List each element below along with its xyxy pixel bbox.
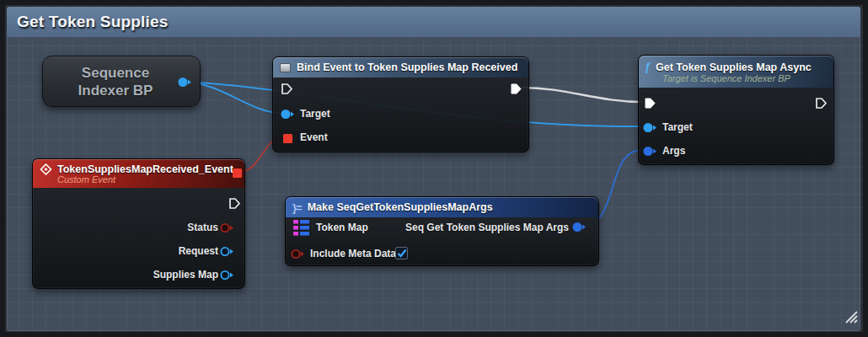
make-struct-icon: }= <box>292 201 302 214</box>
comment-title: Get Token Supplies <box>17 13 169 31</box>
output-pin-label: Seq Get Token Supplies Map Args <box>387 222 569 233</box>
object-output-pin[interactable] <box>178 77 192 88</box>
make-node-title: Make SeqGetTokenSuppliesMapArgs <box>308 201 493 213</box>
node-custom-event[interactable]: TokenSuppliesMapReceived_Event Custom Ev… <box>32 158 245 289</box>
function-icon: f <box>646 60 650 74</box>
delegate-output-pin[interactable] <box>232 168 243 179</box>
token-map-input-pin[interactable] <box>293 219 310 236</box>
bind-event-icon <box>280 63 291 72</box>
blueprint-editor-viewport: Get Token Supplies Sequence Indexer BP B <box>0 0 868 337</box>
exec-in-pin[interactable] <box>281 83 293 95</box>
event-pin-label: Event <box>300 131 328 143</box>
comment-node-header[interactable]: Get Token Supplies <box>7 7 860 37</box>
make-node-header[interactable]: }= Make SeqGetTokenSuppliesMapArgs <box>286 197 598 217</box>
custom-event-subtitle: Custom Event <box>57 174 115 185</box>
target-input-pin[interactable] <box>643 122 657 133</box>
target-pin-label: Target <box>300 108 330 120</box>
custom-event-icon <box>40 163 52 175</box>
supplies-map-pin-label: Supplies Map <box>153 269 218 281</box>
include-meta-data-pin-label: Include Meta Data <box>310 248 396 259</box>
exec-out-pin[interactable] <box>815 97 828 110</box>
node-sequence-indexer-bp[interactable]: Sequence Indexer BP <box>42 56 201 107</box>
node-bind-event[interactable]: Bind Event to Token Supplies Map Receive… <box>272 56 529 152</box>
target-input-pin[interactable] <box>281 109 295 120</box>
args-input-pin[interactable] <box>643 146 657 157</box>
target-pin-label: Target <box>662 121 693 133</box>
checkmark-icon <box>397 249 407 258</box>
request-output-pin[interactable] <box>220 246 234 257</box>
struct-output-pin[interactable] <box>572 222 587 233</box>
node-get-token-supplies-map-async[interactable]: f Get Token Supplies Map Async Target is… <box>638 55 834 165</box>
custom-event-header[interactable]: TokenSuppliesMapReceived_Event Custom Ev… <box>33 159 244 188</box>
variable-node-label: Sequence Indexer BP <box>78 64 165 99</box>
include-meta-data-input-pin[interactable] <box>291 249 305 259</box>
custom-event-title: TokenSuppliesMapReceived_Event <box>57 163 233 175</box>
event-delegate-input-pin[interactable] <box>282 133 293 144</box>
status-pin-label: Status <box>187 222 218 233</box>
node-make-seq-get-token-supplies-map-args[interactable]: }= Make SeqGetTokenSuppliesMapArgs Token… <box>285 196 599 266</box>
async-node-header[interactable]: f Get Token Supplies Map Async Target is… <box>639 56 833 88</box>
include-meta-data-checkbox[interactable] <box>395 247 408 259</box>
exec-out-pin[interactable] <box>510 83 522 95</box>
status-output-pin[interactable] <box>220 222 234 233</box>
supplies-map-output-pin[interactable] <box>220 270 234 281</box>
async-node-subtitle: Target is Sequence Indexer BP <box>662 73 790 83</box>
token-map-pin-label: Token Map <box>316 222 368 233</box>
comment-resize-handle[interactable] <box>843 308 860 325</box>
bind-event-header[interactable]: Bind Event to Token Supplies Map Receive… <box>273 57 528 78</box>
bind-event-title: Bind Event to Token Supplies Map Receive… <box>297 62 517 73</box>
graph-canvas[interactable]: Get Token Supplies Sequence Indexer BP B <box>5 5 863 332</box>
exec-out-pin[interactable] <box>228 197 241 210</box>
args-pin-label: Args <box>662 145 685 157</box>
async-node-title: Get Token Supplies Map Async <box>656 62 812 73</box>
exec-in-pin[interactable] <box>644 97 656 110</box>
request-pin-label: Request <box>179 245 218 257</box>
